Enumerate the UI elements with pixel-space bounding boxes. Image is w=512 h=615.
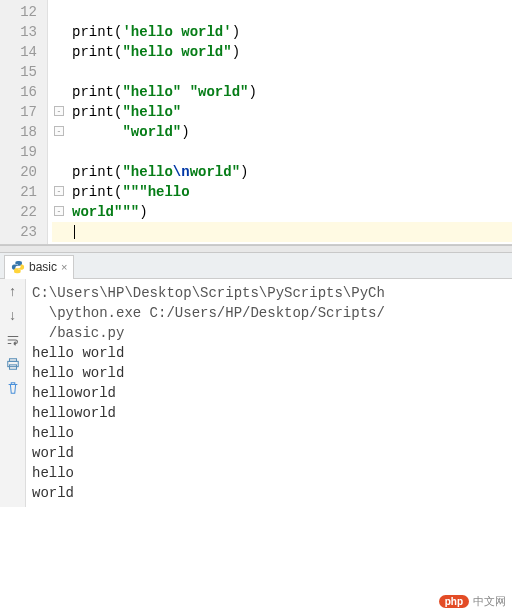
line-number: 16 — [6, 82, 37, 102]
trash-icon — [6, 381, 20, 395]
line-number: 14 — [6, 42, 37, 62]
console-toolbar: ↑ ↓ — [0, 279, 26, 507]
code-line[interactable]: print("hello world") — [52, 42, 512, 62]
code-line[interactable]: - "world") — [52, 122, 512, 142]
console-line: /basic.py — [32, 323, 506, 343]
code-line[interactable]: -print("hello" — [52, 102, 512, 122]
console-line: hello world — [32, 363, 506, 383]
line-number: 15 — [6, 62, 37, 82]
code-editor[interactable]: 121314151617181920212223 print('hello wo… — [0, 0, 512, 245]
console-pane: ↑ ↓ C:\Users\HP\Desktop\Scripts\PyScript… — [0, 279, 512, 507]
line-number: 17 — [6, 102, 37, 122]
line-number: 20 — [6, 162, 37, 182]
console-line: hello — [32, 463, 506, 483]
watermark-text: 中文网 — [473, 594, 506, 609]
fold-icon[interactable]: - — [54, 126, 64, 136]
scroll-down-button[interactable]: ↓ — [4, 307, 22, 325]
run-tab-bar: basic × — [0, 253, 512, 279]
console-line: world — [32, 443, 506, 463]
line-number: 23 — [6, 222, 37, 242]
pane-divider[interactable] — [0, 245, 512, 253]
code-line[interactable]: print("hello" "world") — [52, 82, 512, 102]
scroll-up-button[interactable]: ↑ — [4, 283, 22, 301]
tab-basic[interactable]: basic × — [4, 255, 74, 279]
code-line[interactable]: print("hello\nworld") — [52, 162, 512, 182]
watermark-badge: php — [439, 595, 469, 608]
arrow-up-icon: ↑ — [8, 284, 16, 300]
caret — [74, 225, 75, 239]
line-number: 12 — [6, 2, 37, 22]
fold-icon[interactable]: - — [54, 186, 64, 196]
close-icon[interactable]: × — [61, 261, 67, 273]
code-line[interactable]: -world""") — [52, 202, 512, 222]
code-area[interactable]: print('hello world')print("hello world")… — [48, 0, 512, 244]
code-line[interactable] — [52, 62, 512, 82]
line-number: 18 — [6, 122, 37, 142]
console-line: C:\Users\HP\Desktop\Scripts\PyScripts\Py… — [32, 283, 506, 303]
print-button[interactable] — [4, 355, 22, 373]
console-line: hello — [32, 423, 506, 443]
line-number: 21 — [6, 182, 37, 202]
console-line: \python.exe C:/Users/HP/Desktop/Scripts/ — [32, 303, 506, 323]
code-line[interactable] — [52, 222, 512, 242]
wrap-icon — [6, 333, 20, 347]
line-number: 22 — [6, 202, 37, 222]
code-line[interactable]: print('hello world') — [52, 22, 512, 42]
console-output[interactable]: C:\Users\HP\Desktop\Scripts\PyScripts\Py… — [26, 279, 512, 507]
line-number: 13 — [6, 22, 37, 42]
console-line: hello world — [32, 343, 506, 363]
fold-icon[interactable]: - — [54, 106, 64, 116]
code-line[interactable] — [52, 2, 512, 22]
code-line[interactable]: -print("""hello — [52, 182, 512, 202]
console-line: world — [32, 483, 506, 503]
trash-button[interactable] — [4, 379, 22, 397]
line-number-gutter: 121314151617181920212223 — [0, 0, 48, 244]
console-line: helloworld — [32, 383, 506, 403]
python-icon — [11, 260, 25, 274]
tab-label: basic — [29, 260, 57, 274]
watermark: php 中文网 — [439, 594, 506, 609]
soft-wrap-button[interactable] — [4, 331, 22, 349]
code-line[interactable] — [52, 142, 512, 162]
fold-icon[interactable]: - — [54, 206, 64, 216]
console-line: helloworld — [32, 403, 506, 423]
line-number: 19 — [6, 142, 37, 162]
arrow-down-icon: ↓ — [8, 308, 16, 324]
printer-icon — [6, 357, 20, 371]
